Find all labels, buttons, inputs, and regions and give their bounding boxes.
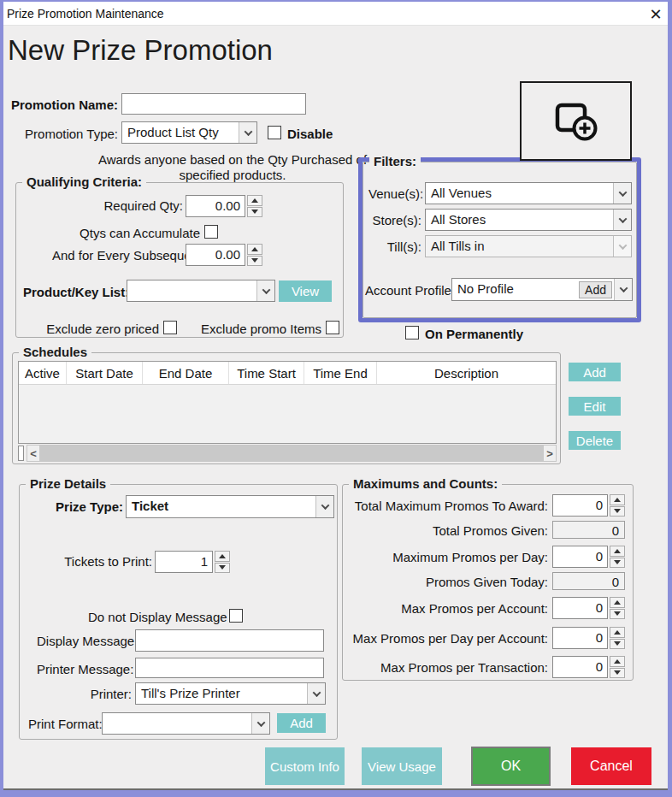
print-format-label: Print Format: <box>28 717 99 731</box>
subsequent-value[interactable]: 0.00 <box>186 244 245 266</box>
max-promos-per-account-value[interactable]: 0 <box>552 597 608 619</box>
max-promos-per-day-account-stepper[interactable]: 0 <box>552 627 625 649</box>
venues-label: Venue(s): <box>368 186 421 201</box>
on-permanently-checkbox[interactable] <box>405 326 419 339</box>
on-permanently-label: On Permanently <box>425 327 523 341</box>
chevron-down-icon[interactable] <box>307 683 325 704</box>
subsequent-stepper[interactable]: 0.00 <box>186 244 262 266</box>
spin-up-icon[interactable] <box>610 627 625 638</box>
add-image-button[interactable] <box>520 81 632 161</box>
tickets-to-print-stepper[interactable]: 1 <box>155 551 230 573</box>
schedule-delete-button[interactable]: Delete <box>569 431 621 450</box>
accumulate-checkbox[interactable] <box>204 225 218 239</box>
chevron-down-icon[interactable] <box>315 496 333 517</box>
column-header-end-date[interactable]: End Date <box>143 362 229 384</box>
product-key-list-combo[interactable] <box>127 280 275 302</box>
schedule-add-button[interactable]: Add <box>569 363 621 381</box>
spin-up-icon[interactable] <box>610 546 625 557</box>
column-header-time-start[interactable]: Time Start <box>229 362 304 384</box>
column-header-time-end[interactable]: Time End <box>304 362 377 384</box>
exclude-zero-checkbox[interactable] <box>163 321 177 334</box>
printer-message-input[interactable] <box>135 658 324 678</box>
spin-down-icon[interactable] <box>610 506 625 517</box>
disable-checkbox[interactable] <box>268 126 281 139</box>
scrollbar-thumb[interactable] <box>39 446 544 461</box>
chevron-down-icon[interactable] <box>251 713 269 734</box>
account-profile-combo[interactable]: No Profile Add <box>451 278 633 301</box>
chevron-down-icon[interactable] <box>613 183 631 204</box>
spin-down-icon[interactable] <box>610 558 625 569</box>
max-promos-per-transaction-stepper[interactable]: 0 <box>552 656 625 678</box>
promotion-type-combo[interactable]: Product List Qty <box>121 121 257 144</box>
print-format-add-button[interactable]: Add <box>277 713 326 733</box>
horizontal-scrollbar[interactable]: < > <box>27 445 557 462</box>
close-icon[interactable]: ✕ <box>645 4 667 25</box>
schedules-title: Schedules <box>19 345 91 359</box>
required-qty-value[interactable]: 0.00 <box>186 195 245 217</box>
max-promos-per-day-value[interactable]: 0 <box>552 546 608 568</box>
disable-label: Disable <box>287 127 333 141</box>
view-usage-button[interactable]: View Usage <box>362 747 442 785</box>
max-promos-per-day-account-value[interactable]: 0 <box>552 627 608 649</box>
scroll-left-icon[interactable]: < <box>27 447 39 460</box>
printer-combo[interactable]: Till's Prize Printer <box>135 682 326 705</box>
schedule-edit-button[interactable]: Edit <box>569 397 621 416</box>
spin-down-icon[interactable] <box>610 639 625 650</box>
exclude-promo-label: Exclude promo Items <box>197 322 321 336</box>
exclude-promo-checkbox[interactable] <box>326 321 339 334</box>
total-max-promos-stepper[interactable]: 0 <box>552 494 625 517</box>
spin-up-icon[interactable] <box>247 244 262 255</box>
qualifying-criteria-group: Qualifying Criteria: Required Qty: 0.00 … <box>15 182 344 338</box>
no-display-message-label: Do not Display Message <box>88 610 225 624</box>
chevron-down-icon[interactable] <box>613 210 631 230</box>
max-promos-per-transaction-value[interactable]: 0 <box>552 656 608 678</box>
account-profile-add-button[interactable]: Add <box>579 281 612 298</box>
max-promos-per-account-stepper[interactable]: 0 <box>552 597 625 619</box>
chevron-down-icon[interactable] <box>614 279 632 300</box>
spin-down-icon[interactable] <box>215 563 230 574</box>
cancel-button[interactable]: Cancel <box>571 747 651 785</box>
view-button[interactable]: View <box>279 280 332 302</box>
spin-up-icon[interactable] <box>610 656 625 667</box>
promotion-type-value: Product List Qty <box>122 122 239 143</box>
chevron-down-icon[interactable] <box>239 122 256 143</box>
no-display-message-checkbox[interactable] <box>229 609 243 623</box>
spin-down-icon[interactable] <box>247 207 262 218</box>
total-max-promos-value[interactable]: 0 <box>552 494 608 517</box>
schedules-group: Schedules Active Start Date End Date Tim… <box>12 352 561 464</box>
ok-button[interactable]: OK <box>471 747 551 786</box>
prize-details-title: Prize Details <box>26 476 110 491</box>
maximums-title: Maximums and Counts: <box>349 476 502 491</box>
print-format-combo[interactable] <box>102 712 270 735</box>
qualifying-criteria-title: Qualifying Criteria: <box>22 174 146 189</box>
spin-up-icon[interactable] <box>610 494 625 505</box>
display-message-input[interactable] <box>135 629 324 652</box>
column-header-active[interactable]: Active <box>19 362 67 384</box>
max-promos-per-day-stepper[interactable]: 0 <box>552 546 625 568</box>
max-row-label: Max Promos per Account: <box>351 601 548 616</box>
chevron-down-icon[interactable] <box>256 280 274 301</box>
spin-down-icon[interactable] <box>247 256 262 267</box>
schedules-table[interactable]: Active Start Date End Date Time Start Ti… <box>18 361 557 444</box>
account-profile-value: No Profile <box>452 279 579 300</box>
tickets-to-print-value[interactable]: 1 <box>155 551 213 573</box>
venues-combo[interactable]: All Venues <box>425 182 632 204</box>
spin-up-icon[interactable] <box>610 597 625 608</box>
promotion-name-label: Promotion Name: <box>10 97 118 112</box>
spin-up-icon[interactable] <box>247 195 262 206</box>
filters-title: Filters: <box>369 154 421 168</box>
scroll-right-icon[interactable]: > <box>544 447 556 460</box>
filters-highlight-box: Filters: Venue(s): All Venues Store(s): … <box>358 157 641 322</box>
max-row-label: Max Promos per Day per Account: <box>351 631 548 646</box>
column-header-description[interactable]: Description <box>377 362 556 384</box>
custom-info-button[interactable]: Custom Info <box>265 747 345 785</box>
spin-down-icon[interactable] <box>610 609 625 620</box>
required-qty-stepper[interactable]: 0.00 <box>186 195 262 217</box>
promotion-name-input[interactable] <box>121 93 306 115</box>
resize-handle[interactable] <box>18 446 24 461</box>
stores-combo[interactable]: All Stores <box>425 209 632 231</box>
column-header-start-date[interactable]: Start Date <box>67 362 143 384</box>
spin-up-icon[interactable] <box>215 551 230 562</box>
spin-down-icon[interactable] <box>610 668 625 679</box>
prize-type-combo[interactable]: Ticket <box>126 495 334 518</box>
